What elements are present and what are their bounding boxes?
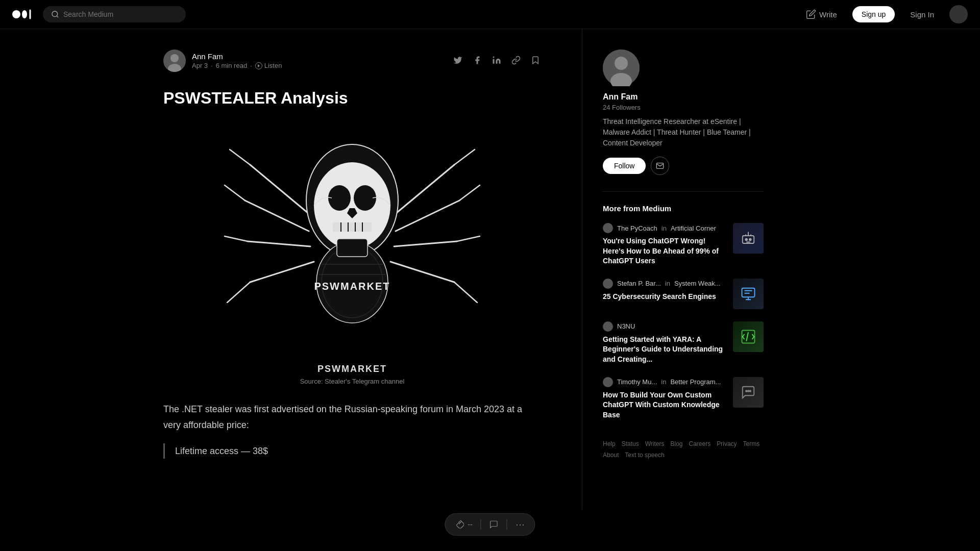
footer-status[interactable]: Status <box>622 440 639 447</box>
subscribe-button[interactable] <box>651 157 669 175</box>
rec-thumbnail-4 <box>733 377 764 408</box>
author-left: Ann Fam Apr 3 · 6 min read · Listen <box>163 49 282 72</box>
pencil-icon <box>806 9 816 19</box>
follow-button[interactable]: Follow <box>603 158 646 174</box>
rec-in-4: in <box>661 378 666 386</box>
svg-point-46 <box>749 239 751 241</box>
play-icon <box>255 62 262 69</box>
rec-article-title-4[interactable]: How To Build Your Own Custom ChatGPT Wit… <box>603 390 727 420</box>
rec-author-avatar-1 <box>603 223 613 233</box>
bottom-toolbar: -- ⋯ <box>445 513 535 536</box>
signin-button[interactable]: Sign In <box>905 7 939 22</box>
rec-article-content-2: Stefan P. Bar... in System Weak... 25 Cy… <box>603 279 727 302</box>
rec-article-content-3: N3NU Getting Started with YARA: A Beginn… <box>603 321 727 365</box>
article-title: PSWSTEALER Analysis <box>163 88 541 108</box>
more-from-medium-title: More from Medium <box>603 204 764 213</box>
recommended-article-2: Stefan P. Bar... in System Weak... 25 Cy… <box>603 279 764 309</box>
rec-author-avatar-3 <box>603 321 613 332</box>
author-info: Ann Fam Apr 3 · 6 min read · Listen <box>192 52 282 69</box>
page-layout: Ann Fam Apr 3 · 6 min read · Listen <box>122 29 857 510</box>
sidebar-author-section: Ann Fam 24 Followers Threat Intelligence… <box>603 49 764 175</box>
rec-author-row-4: Timothy Mu... in Better Program... <box>603 377 727 387</box>
rec-article-content-1: The PyCoach in Artificial Corner You're … <box>603 223 727 266</box>
svg-point-0 <box>12 10 20 18</box>
rec-in-1: in <box>662 224 667 232</box>
footer-privacy[interactable]: Privacy <box>717 440 737 447</box>
svg-point-1 <box>22 10 27 18</box>
search-input[interactable] <box>63 10 178 18</box>
sidebar-divider <box>603 191 764 192</box>
footer-writers[interactable]: Writers <box>645 440 665 447</box>
rec-article-title-1[interactable]: You're Using ChatGPT Wrong! Here's How t… <box>603 236 727 266</box>
rec-author-name-4[interactable]: Timothy Mu... <box>617 378 657 386</box>
listen-button[interactable]: Listen <box>255 62 282 69</box>
recommended-article-3: N3NU Getting Started with YARA: A Beginn… <box>603 321 764 365</box>
svg-point-5 <box>170 54 179 62</box>
recommended-article-4: Timothy Mu... in Better Program... How T… <box>603 377 764 420</box>
footer-terms[interactable]: Terms <box>743 440 760 447</box>
recommended-article-1: The PyCoach in Artificial Corner You're … <box>603 223 764 266</box>
author-row: Ann Fam Apr 3 · 6 min read · Listen <box>163 49 541 72</box>
copy-link-button[interactable] <box>510 55 522 67</box>
logo[interactable] <box>12 8 33 21</box>
rec-article-title-2[interactable]: 25 Cybersecurity Search Engines <box>603 292 727 302</box>
rec-author-name-1[interactable]: The PyCoach <box>617 224 657 232</box>
svg-rect-40 <box>337 239 368 257</box>
sidebar-author-followers: 24 Followers <box>603 104 764 111</box>
rec-article-title-3[interactable]: Getting Started with YARA: A Beginner's … <box>603 335 727 365</box>
linkedin-share-button[interactable] <box>491 55 502 67</box>
svg-rect-47 <box>742 288 755 297</box>
author-meta: Apr 3 · 6 min read · Listen <box>192 62 282 69</box>
footer-text-to-speech[interactable]: Text to speech <box>625 452 664 459</box>
rec-pub-4[interactable]: Better Program... <box>670 378 721 386</box>
rec-article-content-4: Timothy Mu... in Better Program... How T… <box>603 377 727 420</box>
footer-help[interactable]: Help <box>603 440 616 447</box>
svg-point-27 <box>314 162 390 249</box>
sidebar: Ann Fam 24 Followers Threat Intelligence… <box>582 29 776 510</box>
rec-author-name-3[interactable]: N3NU <box>617 322 635 330</box>
article-image-container: PSWMARKET PSWMARKET Source: Stealer's Te… <box>163 124 541 385</box>
twitter-share-button[interactable] <box>452 55 463 67</box>
clap-icon <box>455 520 464 529</box>
user-avatar[interactable] <box>949 5 968 23</box>
image-caption-sub: Source: Stealer's Telegram channel <box>163 378 541 385</box>
author-name-link[interactable]: Ann Fam <box>192 52 282 61</box>
svg-marker-7 <box>258 64 260 67</box>
rec-pub-2[interactable]: System Weak... <box>674 280 721 287</box>
author-avatar[interactable] <box>163 49 186 72</box>
search-icon <box>51 10 59 18</box>
chat-icon <box>741 385 756 400</box>
signup-button[interactable]: Sign up <box>852 6 895 22</box>
toolbar-divider-2 <box>507 519 507 530</box>
rec-author-name-2[interactable]: Stefan P. Bar... <box>617 280 661 287</box>
comment-button[interactable] <box>489 520 499 529</box>
rec-author-avatar-4 <box>603 377 613 387</box>
svg-rect-30 <box>333 222 372 232</box>
svg-point-42 <box>615 57 628 70</box>
rec-author-row-2: Stefan P. Bar... in System Weak... <box>603 279 727 289</box>
skull-spider-image: PSWMARKET <box>163 124 541 364</box>
rec-author-row-1: The PyCoach in Artificial Corner <box>603 223 727 233</box>
footer-careers[interactable]: Careers <box>689 440 711 447</box>
envelope-icon <box>656 162 664 170</box>
write-button[interactable]: Write <box>801 6 842 22</box>
sidebar-author-name[interactable]: Ann Fam <box>603 92 764 102</box>
footer-blog[interactable]: Blog <box>671 440 683 447</box>
rec-author-avatar-2 <box>603 279 613 289</box>
rec-author-row-3: N3NU <box>603 321 727 332</box>
more-options-button[interactable]: ⋯ <box>516 519 525 530</box>
clap-button[interactable]: -- <box>455 520 472 529</box>
rec-pub-1[interactable]: Artificial Corner <box>671 224 716 232</box>
comment-icon <box>489 520 499 529</box>
rec-thumbnail-2 <box>733 279 764 309</box>
bookmark-button[interactable] <box>530 55 541 67</box>
search-bar[interactable] <box>43 6 186 22</box>
rec-in-2: in <box>665 280 670 287</box>
sidebar-author-avatar[interactable] <box>603 49 640 86</box>
footer-about[interactable]: About <box>603 452 619 459</box>
svg-point-50 <box>748 390 749 392</box>
article-body: The .NET stealer was first advertised on… <box>163 402 541 459</box>
sidebar-footer: Help Status Writers Blog Careers Privacy… <box>603 440 764 459</box>
article-quote: Lifetime access — 38$ <box>163 443 541 459</box>
facebook-share-button[interactable] <box>472 55 483 67</box>
